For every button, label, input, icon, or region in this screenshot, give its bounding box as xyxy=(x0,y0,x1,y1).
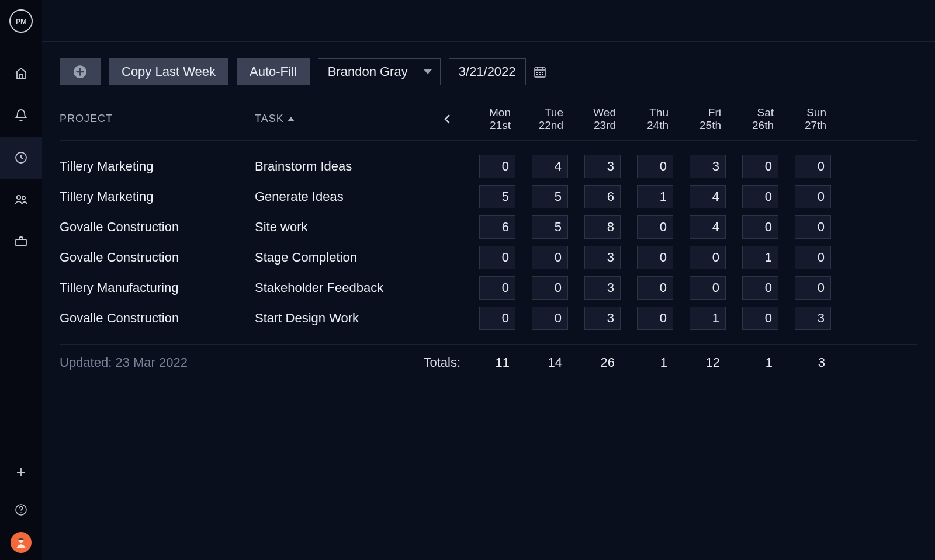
logo-wrap: PM xyxy=(0,0,42,42)
hour-input[interactable] xyxy=(584,307,621,330)
hour-input[interactable] xyxy=(532,185,568,208)
hour-input[interactable] xyxy=(584,246,621,269)
cell-project: Govalle Construction xyxy=(60,250,255,265)
hour-input[interactable] xyxy=(742,307,778,330)
total-0: 11 xyxy=(465,355,518,370)
hour-input[interactable] xyxy=(690,307,726,330)
user-select[interactable]: Brandon Gray xyxy=(318,58,441,85)
hour-input[interactable] xyxy=(742,215,778,239)
column-header-project[interactable]: PROJECT xyxy=(60,113,255,125)
add-entry-button[interactable] xyxy=(60,58,101,85)
copy-last-week-button[interactable]: Copy Last Week xyxy=(109,58,228,85)
hour-input[interactable] xyxy=(690,185,726,208)
cell-project: Tillery Manufacturing xyxy=(60,280,255,295)
hour-input[interactable] xyxy=(742,246,778,269)
day-header-2: Wed23rd xyxy=(570,106,623,132)
hour-input[interactable] xyxy=(795,155,831,178)
timesheet: PROJECT TASK Mon21st Tue22nd Wed23rd Thu… xyxy=(60,106,917,370)
hour-input[interactable] xyxy=(479,276,515,300)
cell-project: Govalle Construction xyxy=(60,311,255,326)
timesheet-row: Govalle Construction Start Design Work xyxy=(60,303,917,333)
hour-input[interactable] xyxy=(795,246,831,269)
total-2: 26 xyxy=(570,355,623,370)
sort-ascending-icon xyxy=(288,117,295,121)
hour-input[interactable] xyxy=(532,276,568,300)
clock-icon xyxy=(14,151,28,165)
cell-project: Tillery Marketing xyxy=(60,189,255,204)
hour-input[interactable] xyxy=(690,276,726,300)
content: Copy Last Week Auto-Fill Brandon Gray 3/… xyxy=(42,42,935,370)
main: Copy Last Week Auto-Fill Brandon Gray 3/… xyxy=(42,0,935,560)
total-4: 12 xyxy=(676,355,728,370)
hour-input[interactable] xyxy=(795,185,831,208)
auto-fill-button[interactable]: Auto-Fill xyxy=(237,58,310,85)
svg-point-1 xyxy=(17,196,20,199)
hour-input[interactable] xyxy=(795,307,831,330)
hour-input[interactable] xyxy=(690,246,726,269)
chevron-left-icon xyxy=(441,112,455,126)
hour-input[interactable] xyxy=(795,215,831,239)
cell-task: Start Design Work xyxy=(255,311,430,326)
hour-input[interactable] xyxy=(637,155,673,178)
nav-home[interactable] xyxy=(0,53,42,95)
hour-input[interactable] xyxy=(637,215,673,239)
sidebar-bottom xyxy=(0,454,42,560)
nav-timesheets[interactable] xyxy=(0,137,42,179)
hour-input[interactable] xyxy=(479,307,515,330)
hour-input[interactable] xyxy=(637,276,673,300)
hour-input[interactable] xyxy=(584,185,621,208)
updated-label: Updated: 23 Mar 2022 xyxy=(60,355,255,370)
chevron-down-icon xyxy=(424,69,432,74)
week-date-input[interactable]: 3/21/2022 xyxy=(449,58,526,85)
nav-help[interactable] xyxy=(0,491,42,528)
nav-notifications[interactable] xyxy=(0,95,42,137)
hour-input[interactable] xyxy=(742,276,778,300)
totals-label: Totals: xyxy=(423,355,465,370)
hour-input[interactable] xyxy=(637,246,673,269)
app-logo-text: PM xyxy=(16,17,27,26)
app-logo[interactable]: PM xyxy=(9,9,33,33)
hour-input[interactable] xyxy=(532,215,568,239)
timesheet-body: Tillery Marketing Brainstorm Ideas Tille… xyxy=(60,141,917,333)
hour-input[interactable] xyxy=(742,185,778,208)
timesheet-header: PROJECT TASK Mon21st Tue22nd Wed23rd Thu… xyxy=(60,106,917,141)
day-header-3: Thu24th xyxy=(623,106,676,132)
hour-input[interactable] xyxy=(479,185,515,208)
total-5: 1 xyxy=(728,355,781,370)
hour-input[interactable] xyxy=(795,276,831,300)
user-avatar[interactable] xyxy=(11,532,32,553)
hour-input[interactable] xyxy=(742,155,778,178)
prev-week-button[interactable] xyxy=(430,112,465,126)
nav-people[interactable] xyxy=(0,179,42,221)
hour-input[interactable] xyxy=(584,155,621,178)
timesheet-row: Govalle Construction Site work xyxy=(60,212,917,242)
hour-input[interactable] xyxy=(479,155,515,178)
hour-input[interactable] xyxy=(584,276,621,300)
nav-portfolio[interactable] xyxy=(0,221,42,263)
hour-input[interactable] xyxy=(479,246,515,269)
svg-point-5 xyxy=(20,512,22,513)
calendar-button[interactable] xyxy=(531,58,549,85)
hour-input[interactable] xyxy=(690,215,726,239)
sidebar-nav xyxy=(0,53,42,263)
nav-add[interactable] xyxy=(0,454,42,491)
plus-circle-icon xyxy=(72,64,88,79)
sidebar: PM xyxy=(0,0,42,560)
hour-input[interactable] xyxy=(532,307,568,330)
hour-input[interactable] xyxy=(584,215,621,239)
hour-input[interactable] xyxy=(532,155,568,178)
column-header-task[interactable]: TASK xyxy=(255,113,430,125)
hour-input[interactable] xyxy=(690,155,726,178)
day-header-0: Mon21st xyxy=(465,106,518,132)
svg-point-2 xyxy=(22,196,25,199)
hour-input[interactable] xyxy=(637,307,673,330)
hour-input[interactable] xyxy=(532,246,568,269)
timesheet-row: Govalle Construction Stage Completion xyxy=(60,242,917,273)
timesheet-row: Tillery Manufacturing Stakeholder Feedba… xyxy=(60,273,917,303)
week-date-value: 3/21/2022 xyxy=(459,64,516,79)
column-header-task-label: TASK xyxy=(255,113,284,125)
bell-icon xyxy=(14,109,28,123)
hour-input[interactable] xyxy=(637,185,673,208)
hour-input[interactable] xyxy=(479,215,515,239)
people-icon xyxy=(14,193,28,207)
